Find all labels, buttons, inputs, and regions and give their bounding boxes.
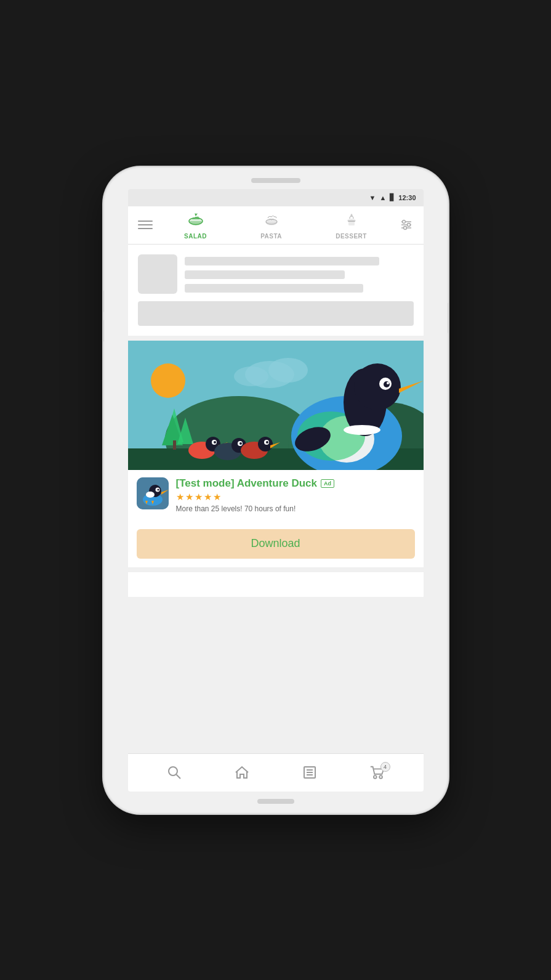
hamburger-menu-button[interactable]: [133, 216, 158, 234]
battery-icon: ▊: [390, 193, 395, 201]
scroll-content: [Test mode] Adventure Duck Ad ★ ★ ★ ★ ★ …: [128, 245, 424, 753]
placeholder-line-1: [185, 257, 379, 265]
placeholder-card: [128, 245, 424, 336]
app-description: More than 25 levels! 70 hours of fun!: [176, 504, 415, 513]
ad-badge: Ad: [321, 479, 334, 488]
svg-point-34: [344, 425, 380, 435]
list-nav-item[interactable]: [302, 764, 318, 780]
nav-bar: SALAD PASTA: [128, 206, 424, 245]
svg-point-12: [407, 224, 410, 227]
app-title-row: [Test mode] Adventure Duck Ad: [176, 477, 415, 490]
vol-down-button[interactable]: [103, 320, 104, 342]
svg-point-60: [157, 488, 159, 490]
phone-speaker: [251, 178, 300, 183]
app-icon: [137, 477, 169, 509]
signal-icon: ▲: [379, 194, 386, 201]
tab-dessert[interactable]: DESSERT: [331, 208, 372, 242]
svg-point-17: [268, 358, 308, 383]
vol-up-button[interactable]: [103, 290, 104, 312]
download-button[interactable]: Download: [137, 529, 415, 559]
status-time: 12:30: [398, 194, 416, 201]
tab-dessert-label: DESSERT: [336, 233, 367, 240]
bottom-placeholder: [128, 572, 424, 597]
ad-card: [Test mode] Adventure Duck Ad ★ ★ ★ ★ ★ …: [128, 341, 424, 567]
cart-badge: 4: [380, 762, 390, 772]
cart-nav-item[interactable]: 4: [369, 764, 385, 780]
phone-home-button[interactable]: [257, 799, 294, 804]
tab-pasta-label: PASTA: [260, 233, 282, 240]
placeholder-bar: [138, 301, 414, 326]
salad-icon: [187, 211, 204, 232]
svg-point-15: [151, 363, 185, 398]
svg-rect-4: [348, 221, 355, 225]
svg-point-62: [146, 492, 155, 498]
star-5: ★: [213, 492, 221, 503]
svg-rect-5: [348, 221, 355, 222]
svg-point-65: [169, 767, 177, 775]
svg-point-13: [403, 227, 406, 230]
ad-app-row: [Test mode] Adventure Duck Ad ★ ★ ★ ★ ★ …: [137, 477, 415, 513]
svg-point-55: [266, 441, 268, 443]
svg-rect-26: [173, 440, 176, 450]
svg-point-72: [379, 775, 382, 779]
tab-salad-label: SALAD: [184, 233, 207, 240]
status-bar: ▼ ▲ ▊ 12:30: [128, 189, 424, 206]
power-button[interactable]: [448, 302, 448, 333]
svg-point-71: [373, 775, 376, 779]
settings-button[interactable]: [394, 218, 419, 232]
svg-point-37: [384, 381, 390, 387]
bottom-navigation: 4: [128, 753, 424, 792]
card-text-lines: [185, 254, 414, 293]
tab-pasta[interactable]: PASTA: [255, 208, 287, 242]
star-2: ★: [185, 492, 193, 503]
dessert-icon: [343, 211, 360, 232]
ad-info-section: [Test mode] Adventure Duck Ad ★ ★ ★ ★ ★ …: [128, 470, 424, 524]
star-3: ★: [195, 492, 203, 503]
category-tabs: SALAD PASTA: [158, 206, 394, 244]
pasta-icon: [263, 211, 280, 232]
star-4: ★: [204, 492, 212, 503]
search-nav-item[interactable]: [166, 764, 182, 780]
star-1: ★: [176, 492, 184, 503]
placeholder-line-3: [185, 284, 363, 293]
ad-banner-image: [128, 341, 424, 470]
placeholder-line-2: [185, 270, 345, 279]
home-nav-item[interactable]: [234, 764, 250, 780]
svg-point-45: [214, 441, 216, 443]
star-rating: ★ ★ ★ ★ ★: [176, 492, 415, 503]
svg-point-50: [239, 442, 242, 445]
svg-point-11: [402, 221, 405, 224]
phone-screen: ▼ ▲ ▊ 12:30: [128, 189, 424, 792]
svg-point-35: [354, 363, 401, 410]
svg-line-66: [176, 775, 180, 779]
app-details: [Test mode] Adventure Duck Ad ★ ★ ★ ★ ★ …: [176, 477, 415, 513]
svg-rect-7: [351, 214, 352, 216]
svg-point-38: [387, 382, 389, 384]
tab-salad[interactable]: SALAD: [179, 208, 212, 242]
phone-frame: ▼ ▲ ▊ 12:30: [103, 167, 448, 814]
app-title: [Test mode] Adventure Duck: [176, 477, 318, 490]
svg-point-18: [234, 366, 268, 386]
wifi-icon: ▼: [369, 194, 376, 201]
card-thumbnail: [138, 254, 177, 294]
